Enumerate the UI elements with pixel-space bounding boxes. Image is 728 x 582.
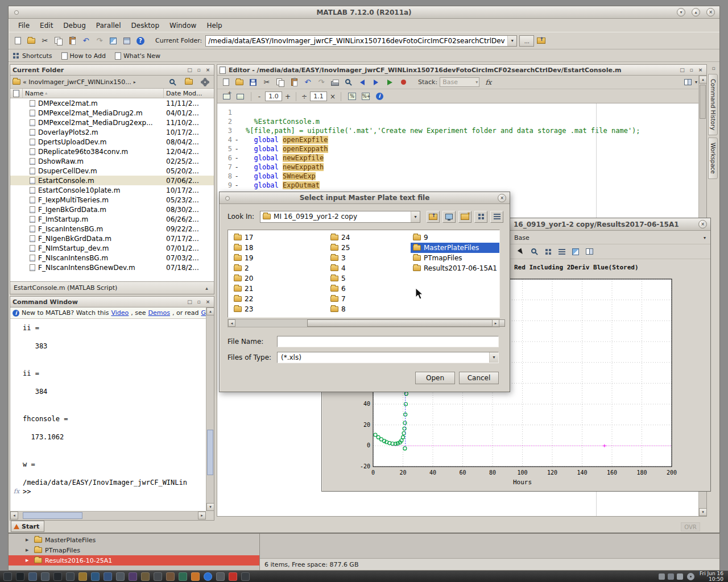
- files-of-type-dropdown-icon[interactable]: ▾: [489, 352, 498, 363]
- colorbar-icon[interactable]: [569, 246, 582, 257]
- cancel-button[interactable]: Cancel: [459, 372, 499, 384]
- scroll-up-button[interactable]: ▴: [699, 76, 707, 84]
- console-prompt-row[interactable]: fx>>: [10, 487, 206, 496]
- expander-icon[interactable]: ▶: [26, 558, 31, 563]
- folder-item[interactable]: MasterPlateFiles: [411, 243, 499, 253]
- folder-item[interactable]: 3: [328, 253, 352, 263]
- red-app-icon[interactable]: [229, 572, 237, 581]
- print-icon[interactable]: [329, 76, 341, 88]
- file-row[interactable]: F_NIscanIntensBGnewDev.m07/18/2...: [10, 263, 214, 272]
- copy-icon[interactable]: [52, 35, 65, 47]
- dialog-close-button[interactable]: ×: [498, 194, 506, 202]
- window-menu-icon[interactable]: [14, 10, 19, 15]
- folder-item[interactable]: 19: [231, 253, 255, 263]
- file-row[interactable]: DpertsUploadDev.m08/04/2...: [10, 137, 214, 147]
- open-file-icon[interactable]: [233, 76, 246, 88]
- increase-button[interactable]: +: [284, 93, 292, 101]
- media-player-icon[interactable]: [129, 572, 137, 581]
- folder-item[interactable]: PTmapFiles: [411, 253, 499, 263]
- dialog-titlebar[interactable]: Select input Master Plate text file ×: [220, 192, 510, 204]
- menu-debug[interactable]: Debug: [58, 20, 90, 31]
- fx-search-button[interactable]: fx: [485, 78, 491, 86]
- close-panel-icon[interactable]: ×: [204, 298, 212, 306]
- clipboard-tray-icon[interactable]: [659, 573, 665, 580]
- scroll-up-button[interactable]: ▴: [206, 307, 214, 315]
- legend-icon[interactable]: [556, 246, 568, 257]
- undock-icon[interactable]: □: [679, 66, 686, 74]
- desktop-icon[interactable]: [442, 211, 456, 223]
- shortcut-whats-new[interactable]: What's New: [115, 52, 160, 60]
- multiply-button[interactable]: ×: [329, 93, 337, 101]
- folder-item[interactable]: 17: [231, 232, 255, 243]
- close-button[interactable]: ×: [706, 8, 715, 16]
- settings-icon[interactable]: [154, 572, 162, 581]
- cell-divider-icon[interactable]: [234, 90, 246, 102]
- guide-icon[interactable]: [121, 35, 133, 47]
- new-script-icon[interactable]: [11, 35, 24, 47]
- scroll-thumb[interactable]: [207, 430, 213, 475]
- eval-cell-icon[interactable]: %: [346, 90, 358, 102]
- folder-app-icon[interactable]: [78, 572, 87, 581]
- file-row[interactable]: F_NIscanIntensBG.m07/03/2...: [10, 253, 214, 263]
- folder-item[interactable]: 2: [231, 263, 255, 273]
- zoom-in-icon[interactable]: [528, 246, 541, 257]
- console-output[interactable]: ii = 383 ii = 384 fhconsole = 173.1062 w…: [10, 319, 206, 511]
- paste-icon[interactable]: [288, 76, 300, 88]
- undock-icon[interactable]: □: [186, 298, 193, 306]
- decrease-button[interactable]: -: [255, 93, 263, 101]
- scroll-thumb[interactable]: [307, 319, 505, 327]
- browser-icon[interactable]: [91, 572, 100, 581]
- command-window-vscrollbar[interactable]: ▴ ▾: [206, 307, 214, 511]
- folder-item[interactable]: 22: [231, 294, 255, 304]
- cell-info-icon[interactable]: i: [373, 90, 386, 102]
- divide-button[interactable]: ÷: [300, 93, 308, 101]
- folder-item[interactable]: 9: [411, 232, 499, 243]
- split-editor-button[interactable]: [682, 76, 694, 88]
- folder-item[interactable]: 5: [328, 273, 352, 284]
- demos-link[interactable]: Demos: [148, 309, 170, 317]
- menu-desktop[interactable]: Desktop: [126, 20, 165, 31]
- file-row[interactable]: EstartConsole10plate.m10/17/2...: [10, 185, 214, 195]
- tree-item[interactable]: ▶MasterPlateFiles: [9, 535, 259, 545]
- getting-started-link[interactable]: Ge: [201, 309, 206, 317]
- file-row[interactable]: DMPexcel2mat.m11/11/2...: [10, 98, 214, 108]
- open-file-icon[interactable]: [25, 35, 38, 47]
- help-icon[interactable]: ?: [134, 35, 147, 47]
- close-panel-icon[interactable]: ×: [204, 66, 212, 74]
- close-panel-icon[interactable]: ×: [697, 66, 704, 74]
- folder-item[interactable]: Results2017-06-15A1: [411, 263, 499, 273]
- figure-close-button[interactable]: ×: [698, 220, 707, 228]
- forward-icon[interactable]: [370, 76, 382, 88]
- file-row[interactable]: DshowRaw.m02/25/2...: [10, 156, 214, 166]
- scroll-thumb[interactable]: [700, 85, 706, 119]
- up-one-level-icon[interactable]: [427, 211, 440, 223]
- grid-view-icon[interactable]: [474, 211, 487, 223]
- scroll-down-button[interactable]: ▾: [206, 503, 214, 511]
- restore-icon[interactable]: ▫: [688, 66, 695, 74]
- split-options-icon[interactable]: ▾: [695, 80, 697, 85]
- file-manager-icon[interactable]: [28, 572, 37, 581]
- text-editor-icon[interactable]: [41, 572, 49, 581]
- cut-icon[interactable]: ✂: [260, 76, 273, 88]
- file-row[interactable]: DMPexcel2mat_MediaDrug2exp...11/10/2...: [10, 118, 214, 127]
- system-monitor-tray-icon[interactable]: [687, 573, 694, 580]
- tab-workspace[interactable]: Workspace: [708, 138, 718, 179]
- stack-combobox[interactable]: Base ▾: [440, 77, 479, 87]
- insert-cell-icon[interactable]: [220, 90, 233, 102]
- find-icon[interactable]: [342, 76, 355, 88]
- plot-edit-icon[interactable]: [515, 246, 527, 257]
- video-link[interactable]: Video: [111, 309, 129, 317]
- look-in-combobox[interactable]: MI 16_0919_yor1-2 copy ▾: [260, 211, 420, 223]
- file-row[interactable]: F_IexpMultiTseries.m05/23/2...: [10, 195, 214, 205]
- show-desktop-icon[interactable]: [3, 572, 12, 581]
- file-row[interactable]: F_ImStartup.m06/26/2...: [10, 214, 214, 224]
- menu-edit[interactable]: Edit: [35, 20, 58, 31]
- image-viewer-icon[interactable]: [116, 572, 125, 581]
- mail-icon[interactable]: [166, 572, 175, 581]
- file-row[interactable]: EstartConsole.m07/06/2...: [10, 176, 214, 185]
- tree-item[interactable]: ▶PTmapFiles: [9, 545, 259, 555]
- globe-icon[interactable]: [204, 572, 212, 581]
- search-button[interactable]: [167, 76, 179, 88]
- dock-icon[interactable]: ▫: [710, 64, 717, 72]
- folder-item[interactable]: 8: [328, 304, 352, 314]
